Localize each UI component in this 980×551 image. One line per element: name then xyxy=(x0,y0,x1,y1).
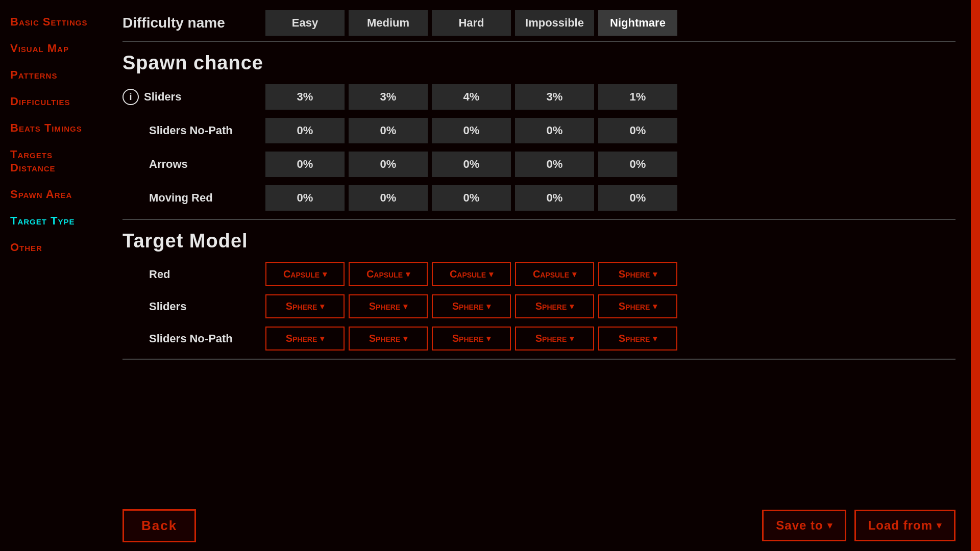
spawn-cell-1-4[interactable]: 0% xyxy=(598,118,677,143)
target-model-title: Target Model xyxy=(122,230,955,252)
target-model-dropdown-1-4[interactable]: Sphere▾ xyxy=(598,294,677,318)
spawn-cell-1-1[interactable]: 0% xyxy=(349,118,428,143)
info-icon-0[interactable]: i xyxy=(122,89,139,105)
sidebar-item-patterns[interactable]: Patterns xyxy=(0,63,107,87)
difficulty-btn-hard[interactable]: Hard xyxy=(432,10,511,36)
spawn-cell-3-1[interactable]: 0% xyxy=(349,185,428,211)
difficulty-btn-nightmare[interactable]: Nightmare xyxy=(598,10,677,36)
spawn-cell-2-1[interactable]: 0% xyxy=(349,152,428,177)
target-model-dropdown-0-4[interactable]: Sphere▾ xyxy=(598,262,677,286)
target-model-label-2: Sliders No-Path xyxy=(122,332,265,345)
save-to-label: Save to xyxy=(776,518,823,533)
load-chevron-icon: ▾ xyxy=(937,520,942,531)
dropdown-chevron-icon-2-2: ▾ xyxy=(486,334,491,343)
target-model-dropdown-1-3[interactable]: Sphere▾ xyxy=(515,294,594,318)
spawn-row-label-2: Arrows xyxy=(122,158,265,171)
difficulty-header: Difficulty name EasyMediumHardImpossible… xyxy=(122,10,955,36)
spawn-cell-0-1[interactable]: 3% xyxy=(349,84,428,110)
target-model-dropdown-0-1[interactable]: Capsule▾ xyxy=(349,262,428,286)
spawn-cell-2-4[interactable]: 0% xyxy=(598,152,677,177)
spawn-cells-1: 0%0%0%0%0% xyxy=(265,118,677,143)
target-model-dropdown-0-0[interactable]: Capsule▾ xyxy=(265,262,345,286)
back-button[interactable]: Back xyxy=(122,509,196,542)
difficulty-buttons: EasyMediumHardImpossibleNightmare xyxy=(265,10,677,36)
difficulty-name-label: Difficulty name xyxy=(122,15,265,31)
spawn-cell-0-3[interactable]: 3% xyxy=(515,84,594,110)
spawn-row-2: Arrows0%0%0%0%0% xyxy=(122,152,955,177)
target-model-label-1: Sliders xyxy=(122,300,265,313)
sidebar: Basic SettingsVisual MapPatternsDifficul… xyxy=(0,0,107,551)
target-model-dropdown-1-2[interactable]: Sphere▾ xyxy=(432,294,511,318)
target-model-rows: RedCapsule▾Capsule▾Capsule▾Capsule▾Spher… xyxy=(122,262,955,350)
spawn-label-text-3: Moving Red xyxy=(149,191,213,205)
load-from-button[interactable]: Load from ▾ xyxy=(854,510,955,541)
spawn-row-3: Moving Red0%0%0%0%0% xyxy=(122,185,955,211)
spawn-cell-2-3[interactable]: 0% xyxy=(515,152,594,177)
save-to-button[interactable]: Save to ▾ xyxy=(762,510,846,541)
target-model-dropdown-2-0[interactable]: Sphere▾ xyxy=(265,327,345,350)
target-model-dropdown-text-1-1: Sphere xyxy=(369,300,401,312)
target-model-dropdown-0-2[interactable]: Capsule▾ xyxy=(432,262,511,286)
sidebar-item-basic-settings[interactable]: Basic Settings xyxy=(0,10,107,34)
spawn-cell-2-2[interactable]: 0% xyxy=(432,152,511,177)
target-model-dropdown-2-1[interactable]: Sphere▾ xyxy=(349,327,428,350)
spawn-cell-3-4[interactable]: 0% xyxy=(598,185,677,211)
spawn-cell-0-0[interactable]: 3% xyxy=(265,84,345,110)
sidebar-item-spawn-area[interactable]: Spawn Area xyxy=(0,183,107,206)
load-from-label: Load from xyxy=(868,518,933,533)
spawn-row-1: Sliders No-Path0%0%0%0%0% xyxy=(122,118,955,143)
spawn-label-text-2: Arrows xyxy=(149,158,188,171)
target-model-dropdown-1-1[interactable]: Sphere▾ xyxy=(349,294,428,318)
dropdown-chevron-icon-2-1: ▾ xyxy=(403,334,407,343)
sidebar-item-targets-distance[interactable]: Targets Distance xyxy=(0,143,107,180)
spawn-cell-1-0[interactable]: 0% xyxy=(265,118,345,143)
target-model-dropdown-text-2-2: Sphere xyxy=(452,333,484,344)
spawn-cell-3-0[interactable]: 0% xyxy=(265,185,345,211)
dropdown-chevron-icon-1-3: ▾ xyxy=(570,302,574,311)
difficulty-btn-medium[interactable]: Medium xyxy=(349,10,428,36)
target-model-dropdown-text-0-0: Capsule xyxy=(283,268,320,280)
difficulty-btn-impossible[interactable]: Impossible xyxy=(515,10,594,36)
divider-2 xyxy=(122,219,955,220)
divider-3 xyxy=(122,359,955,360)
target-model-dropdown-2-2[interactable]: Sphere▾ xyxy=(432,327,511,350)
sidebar-item-difficulties[interactable]: Difficulties xyxy=(0,90,107,113)
target-model-row-0: RedCapsule▾Capsule▾Capsule▾Capsule▾Spher… xyxy=(122,262,955,286)
spawn-cells-2: 0%0%0%0%0% xyxy=(265,152,677,177)
sidebar-item-beats-timings[interactable]: Beats Timings xyxy=(0,116,107,140)
spawn-cell-1-2[interactable]: 0% xyxy=(432,118,511,143)
target-model-dropdown-2-3[interactable]: Sphere▾ xyxy=(515,327,594,350)
dropdown-chevron-icon-2-3: ▾ xyxy=(570,334,574,343)
spawn-label-text-1: Sliders No-Path xyxy=(149,124,233,137)
target-model-dropdown-text-2-3: Sphere xyxy=(535,333,567,344)
target-model-row-1: SlidersSphere▾Sphere▾Sphere▾Sphere▾Spher… xyxy=(122,294,955,318)
spawn-row-label-3: Moving Red xyxy=(122,191,265,205)
divider-1 xyxy=(122,41,955,42)
sidebar-item-target-type[interactable]: Target Type xyxy=(0,209,107,233)
back-label: Back xyxy=(141,518,177,534)
spawn-row-label-0: iSliders xyxy=(122,89,265,105)
dropdown-chevron-icon-0-3: ▾ xyxy=(572,269,576,279)
spawn-cell-3-2[interactable]: 0% xyxy=(432,185,511,211)
target-model-dropdown-text-2-4: Sphere xyxy=(619,333,650,344)
target-model-dropdown-1-0[interactable]: Sphere▾ xyxy=(265,294,345,318)
spawn-row-0: iSliders3%3%4%3%1% xyxy=(122,84,955,110)
difficulty-btn-easy[interactable]: Easy xyxy=(265,10,345,36)
target-model-label-text-2: Sliders No-Path xyxy=(149,332,233,345)
spawn-cell-2-0[interactable]: 0% xyxy=(265,152,345,177)
spawn-cell-1-3[interactable]: 0% xyxy=(515,118,594,143)
target-model-dropdown-0-3[interactable]: Capsule▾ xyxy=(515,262,594,286)
spawn-cell-0-2[interactable]: 4% xyxy=(432,84,511,110)
dropdown-chevron-icon-1-0: ▾ xyxy=(320,302,324,311)
dropdown-chevron-icon-1-4: ▾ xyxy=(653,302,657,311)
target-model-dropdown-text-2-1: Sphere xyxy=(369,333,401,344)
target-model-cells-1: Sphere▾Sphere▾Sphere▾Sphere▾Sphere▾ xyxy=(265,294,677,318)
sidebar-item-other[interactable]: Other xyxy=(0,236,107,259)
spawn-cell-3-3[interactable]: 0% xyxy=(515,185,594,211)
spawn-cell-0-4[interactable]: 1% xyxy=(598,84,677,110)
target-model-dropdown-text-0-2: Capsule xyxy=(450,268,486,280)
target-model-dropdown-2-4[interactable]: Sphere▾ xyxy=(598,327,677,350)
sidebar-item-visual-map[interactable]: Visual Map xyxy=(0,37,107,60)
target-model-dropdown-text-2-0: Sphere xyxy=(286,333,317,344)
target-model-label-text-0: Red xyxy=(149,268,170,281)
